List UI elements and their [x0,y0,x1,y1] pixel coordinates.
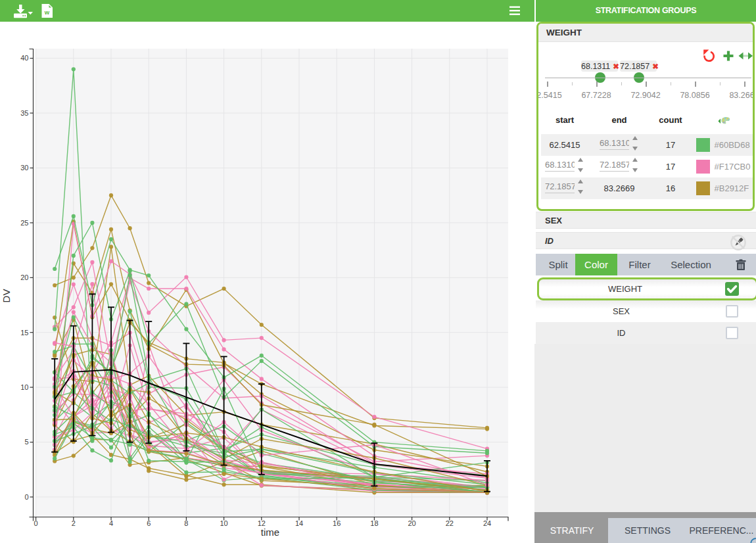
svg-text:time: time [261,527,279,538]
svg-text:4: 4 [109,519,113,527]
svg-text:10: 10 [20,383,28,391]
svg-text:14: 14 [295,519,303,527]
svg-text:35: 35 [20,109,28,117]
svg-text:24: 24 [483,519,491,527]
svg-text:2: 2 [72,519,76,527]
svg-text:16: 16 [333,519,341,527]
svg-text:6: 6 [147,519,151,527]
svg-text:5: 5 [24,438,28,446]
svg-text:22: 22 [446,519,454,527]
svg-text:40: 40 [20,54,28,62]
svg-text:10: 10 [220,519,227,527]
svg-text:8: 8 [184,519,188,527]
svg-text:20: 20 [20,273,28,281]
svg-text:20: 20 [408,519,415,527]
svg-text:30: 30 [20,164,28,172]
svg-text:18: 18 [370,519,378,527]
svg-text:25: 25 [20,219,28,227]
svg-text:0: 0 [34,519,38,527]
svg-text:0: 0 [24,493,28,501]
svg-text:DV: DV [1,289,12,303]
svg-text:15: 15 [20,329,28,337]
svg-text:w: w [44,9,50,16]
